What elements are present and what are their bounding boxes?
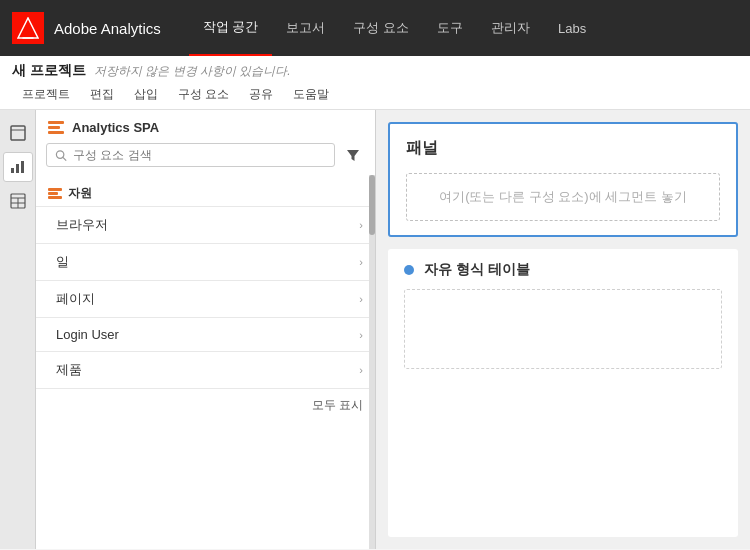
svg-rect-2	[11, 126, 25, 140]
list-item[interactable]: 제품 ›	[36, 351, 375, 388]
list-item-label: 브라우저	[56, 216, 108, 234]
svg-point-11	[56, 150, 63, 157]
show-all-button[interactable]: 모두 표시	[36, 388, 375, 422]
table-dot	[404, 265, 414, 275]
table-icon-btn[interactable]	[3, 186, 33, 216]
nav-item-tools[interactable]: 도구	[423, 0, 477, 56]
menu-edit[interactable]: 편집	[80, 82, 124, 109]
app-title: Adobe Analytics	[54, 20, 161, 37]
section-header: 자원	[36, 179, 375, 206]
menu-components[interactable]: 구성 요소	[168, 82, 239, 109]
list-item[interactable]: 일 ›	[36, 243, 375, 280]
chevron-right-icon: ›	[359, 293, 363, 305]
panel-title: Analytics SPA	[72, 120, 159, 135]
chart-icon-btn[interactable]	[3, 152, 33, 182]
table-content	[404, 289, 722, 369]
svg-marker-13	[347, 150, 359, 161]
chevron-right-icon: ›	[359, 329, 363, 341]
list-item-label: 페이지	[56, 290, 95, 308]
adobe-logo	[12, 12, 44, 44]
list-item[interactable]: Login User ›	[36, 317, 375, 351]
scrollbar-thumb[interactable]	[369, 175, 375, 235]
panel-box-title: 패널	[406, 138, 720, 159]
search-row	[36, 143, 375, 175]
secondary-menu: 프로젝트 편집 삽입 구성 요소 공유 도움말	[12, 82, 738, 109]
list-item-label: 제품	[56, 361, 82, 379]
svg-rect-6	[21, 161, 24, 173]
nav-item-components[interactable]: 구성 요소	[339, 0, 423, 56]
panel-icon-btn[interactable]	[3, 118, 33, 148]
search-input[interactable]	[73, 148, 326, 162]
search-icon	[55, 149, 67, 162]
menu-project[interactable]: 프로젝트	[12, 82, 80, 109]
panel-header: Analytics SPA	[36, 110, 375, 143]
section-stack-icon	[48, 188, 62, 199]
panel-box: 패널 여기(또는 다른 구성 요소)에 세그먼트 놓기	[388, 122, 738, 237]
menu-help[interactable]: 도움말	[283, 82, 339, 109]
right-panel: 패널 여기(또는 다른 구성 요소)에 세그먼트 놓기 자유 형식 테이블	[376, 110, 750, 549]
svg-rect-4	[11, 168, 14, 173]
segment-drop-zone[interactable]: 여기(또는 다른 구성 요소)에 세그먼트 놓기	[406, 173, 720, 221]
section-title: 자원	[68, 185, 92, 202]
svg-marker-0	[18, 18, 38, 38]
nav-item-labs[interactable]: Labs	[544, 0, 600, 56]
menu-insert[interactable]: 삽입	[124, 82, 168, 109]
scrollbar-track	[369, 175, 375, 549]
secondary-bar: 새 프로젝트 저장하지 않은 변경 사항이 있습니다. 프로젝트 편집 삽입 구…	[0, 56, 750, 110]
component-list: 자원 브라우저 › 일 › 페이지 › Login User › 제품 ›	[36, 175, 375, 549]
chevron-right-icon: ›	[359, 219, 363, 231]
chevron-right-icon: ›	[359, 256, 363, 268]
sidebar-icons	[0, 110, 36, 549]
table-section: 자유 형식 테이블	[388, 249, 738, 537]
nav-item-workspace[interactable]: 작업 공간	[189, 0, 273, 56]
list-item[interactable]: 페이지 ›	[36, 280, 375, 317]
nav-item-admin[interactable]: 관리자	[477, 0, 544, 56]
table-section-header: 자유 형식 테이블	[404, 261, 722, 279]
filter-icon	[346, 148, 360, 162]
svg-rect-5	[16, 164, 19, 173]
main-area: Analytics SPA	[0, 110, 750, 549]
list-item[interactable]: 브라우저 ›	[36, 206, 375, 243]
menu-share[interactable]: 공유	[239, 82, 283, 109]
filter-button[interactable]	[341, 143, 365, 167]
unsaved-notice: 저장하지 않은 변경 사항이 있습니다.	[94, 63, 291, 80]
stack-icon	[48, 121, 64, 134]
project-name: 새 프로젝트	[12, 62, 86, 80]
list-item-label: Login User	[56, 327, 119, 342]
top-navigation: Adobe Analytics 작업 공간 보고서 구성 요소 도구 관리자 L…	[0, 0, 750, 56]
nav-item-reports[interactable]: 보고서	[272, 0, 339, 56]
list-item-label: 일	[56, 253, 69, 271]
search-box[interactable]	[46, 143, 335, 167]
chevron-right-icon: ›	[359, 364, 363, 376]
table-section-title: 자유 형식 테이블	[424, 261, 530, 279]
left-panel: Analytics SPA	[36, 110, 376, 549]
svg-line-12	[63, 157, 66, 160]
